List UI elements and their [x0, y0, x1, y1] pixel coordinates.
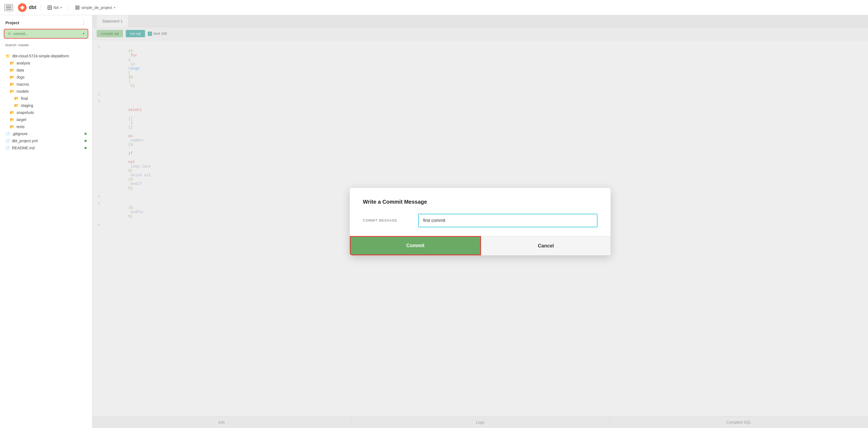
file-icon: 📄	[5, 132, 10, 136]
folder-icon: 📂	[10, 61, 14, 65]
modal-overlay: Write a Commit Message COMMIT MESSAGE Co…	[92, 15, 868, 428]
cancel-modal-button[interactable]: Cancel	[481, 236, 611, 255]
file-label: .gitignore	[12, 132, 28, 136]
tree-file-left: 📄 dbt_project.yml	[5, 139, 38, 143]
modal-title: Write a Commit Message	[363, 199, 597, 205]
folder-label: /logs	[17, 75, 25, 79]
branch-icon: ⟲	[8, 32, 11, 36]
folder-label: staging	[21, 103, 33, 108]
folder-label: target	[17, 117, 26, 122]
commit-btn-left: ⟲ commit...	[8, 32, 29, 36]
project-chevron-icon: ▾	[114, 6, 116, 9]
commit-btn-wrapper: ⟲ commit... ▾	[0, 29, 92, 42]
sidebar-item-tests[interactable]: 📂 tests	[0, 123, 92, 130]
sidebar-item-readme[interactable]: 📄 README.md	[0, 144, 92, 151]
folder-label: data	[17, 68, 24, 72]
navbar-divider	[41, 4, 41, 11]
modified-dot	[85, 133, 87, 135]
folder-icon: 📂	[14, 103, 19, 108]
sidebar-item-dbt-project-yml[interactable]: 📄 dbt_project.yml	[0, 137, 92, 144]
modified-dot	[85, 147, 87, 149]
sidebar-item-analysis[interactable]: 📂 analysis	[0, 60, 92, 67]
dbt-logo-text: dbt	[29, 5, 36, 10]
env-label: NA	[54, 5, 59, 10]
dbt-logo: dbt	[18, 3, 36, 12]
tree-file-left: 📄 README.md	[5, 146, 34, 150]
hamburger-button[interactable]	[4, 4, 13, 11]
modal-body: Write a Commit Message COMMIT MESSAGE	[350, 188, 611, 227]
navbar: dbt NA ▾ simple_de_project ▾	[0, 0, 868, 15]
file-label: README.md	[12, 146, 34, 150]
commit-modal-button[interactable]: Commit	[350, 236, 481, 255]
folder-label: models	[17, 89, 29, 93]
modified-dot	[85, 140, 87, 142]
commit-chevron-icon: ▾	[83, 32, 85, 36]
sidebar-item-logs[interactable]: 📂 /logs	[0, 74, 92, 81]
folder-icon: 📂	[10, 117, 14, 122]
content-area: Statement 1 compile sql run sql ✓ limit …	[92, 15, 868, 428]
dbt-logo-icon	[18, 3, 27, 12]
folder-icon: 📂	[14, 96, 19, 101]
folder-label: tests	[17, 124, 25, 129]
file-icon: 📄	[5, 146, 10, 150]
file-tree: 📁 dbt-cloud-5724-simple-deplatform 📂 ana…	[0, 50, 92, 428]
commit-message-input[interactable]	[418, 214, 597, 227]
folder-icon: 📂	[10, 75, 14, 79]
sidebar-item-macros[interactable]: 📂 macros	[0, 81, 92, 88]
commit-button[interactable]: ⟲ commit... ▾	[4, 29, 88, 38]
branch-label: branch: master	[0, 42, 92, 50]
svg-rect-5	[50, 8, 51, 9]
sidebar-item-target[interactable]: 📂 target	[0, 116, 92, 123]
env-chevron-icon: ▾	[60, 6, 62, 9]
sidebar-item-models[interactable]: 📂 models	[0, 88, 92, 95]
folder-icon: 📂	[10, 110, 14, 115]
sidebar-header: Project ⋮	[0, 15, 92, 29]
sidebar-title: Project	[5, 20, 19, 25]
folder-icon: 📂	[10, 89, 14, 93]
sidebar-item-data[interactable]: 📂 data	[0, 67, 92, 74]
svg-rect-3	[50, 6, 51, 7]
file-icon: 📄	[5, 139, 10, 143]
tree-file-left: 📄 .gitignore	[5, 132, 28, 136]
folder-label: snapshots	[17, 110, 34, 115]
sidebar-menu-button[interactable]: ⋮	[81, 20, 87, 26]
root-folder-label: dbt-cloud-5724-simple-deplatform	[12, 54, 69, 58]
main-layout: Project ⋮ ⟲ commit... ▾ branch: master 📁…	[0, 15, 868, 428]
sidebar-item-root-folder[interactable]: 📁 dbt-cloud-5724-simple-deplatform	[0, 53, 92, 60]
project-grid-icon	[75, 5, 80, 10]
hamburger-line	[6, 7, 11, 8]
commit-message-modal: Write a Commit Message COMMIT MESSAGE Co…	[350, 188, 611, 255]
hamburger-line	[6, 6, 11, 6]
sidebar: Project ⋮ ⟲ commit... ▾ branch: master 📁…	[0, 15, 92, 428]
file-label: dbt_project.yml	[12, 139, 38, 143]
commit-btn-label: commit...	[13, 32, 29, 36]
sidebar-item-snapshots[interactable]: 📂 snapshots	[0, 109, 92, 116]
folder-label: macros	[17, 82, 29, 86]
folder-icon: 📁	[5, 54, 10, 58]
sidebar-item-staging[interactable]: 📂 staging	[0, 102, 92, 109]
project-label: simple_de_project	[81, 5, 112, 10]
folder-icon: 📂	[10, 68, 14, 72]
folder-label: final	[21, 96, 28, 101]
svg-point-1	[21, 6, 23, 9]
folder-label: analysis	[17, 61, 30, 65]
form-row: COMMIT MESSAGE	[363, 214, 597, 227]
svg-rect-2	[48, 6, 50, 7]
hamburger-line	[6, 9, 11, 9]
folder-icon: 📂	[10, 82, 14, 86]
folder-icon: 📂	[10, 124, 14, 129]
commit-message-label: COMMIT MESSAGE	[363, 219, 412, 222]
svg-rect-4	[48, 8, 50, 9]
sidebar-item-gitignore[interactable]: 📄 .gitignore	[0, 130, 92, 137]
env-icon	[48, 5, 52, 10]
project-selector[interactable]: simple_de_project ▾	[73, 4, 118, 11]
env-selector[interactable]: NA ▾	[45, 4, 64, 11]
navbar-divider2	[68, 4, 69, 11]
modal-footer: Commit Cancel	[350, 236, 611, 255]
sidebar-item-final[interactable]: 📂 final	[0, 95, 92, 102]
grid-icon	[48, 6, 51, 9]
